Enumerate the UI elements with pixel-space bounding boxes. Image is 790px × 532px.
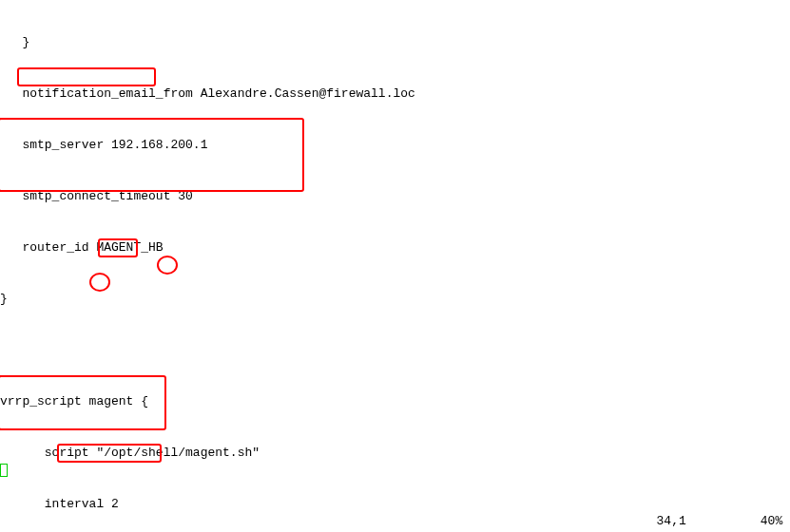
status-bar: 34,1 40% [657,513,790,530]
code-line: router_id MAGENT_HB [0,239,415,256]
cursor-icon [0,464,8,477]
cursor-position: 34,1 [657,514,686,528]
code-line: smtp_connect_timeout 30 [0,188,415,205]
code-line: vrrp_script magent { [0,393,415,410]
code-line [0,342,415,359]
code-line: interval 2 [0,496,415,513]
code-line: smtp_server 192.168.200.1 [0,137,415,154]
code-line: } [0,291,415,308]
code-line: notification_email_from Alexandre.Cassen… [0,86,415,103]
code-line: script "/opt/shell/magent.sh" [0,445,415,462]
code-line: } [0,34,415,51]
config-text[interactable]: } notification_email_from Alexandre.Cass… [0,0,415,532]
scroll-percent: 40% [761,514,782,528]
